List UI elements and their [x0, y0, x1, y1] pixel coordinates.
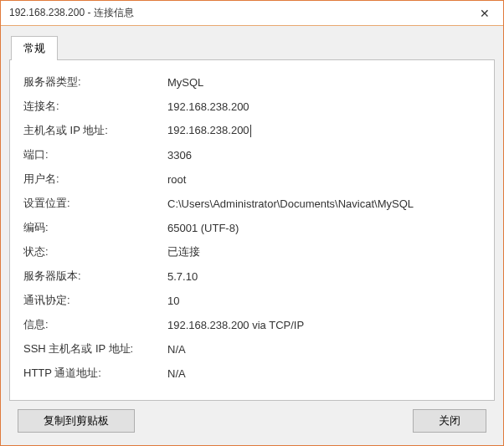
- value-port: 3306: [167, 149, 481, 161]
- value-info: 192.168.238.200 via TCP/IP: [167, 319, 481, 331]
- value-host[interactable]: 192.168.238.200: [167, 124, 481, 137]
- copy-to-clipboard-button[interactable]: 复制到剪贴板: [18, 409, 135, 433]
- row-conn-name: 连接名: 192.168.238.200: [23, 98, 481, 115]
- value-conn-name: 192.168.238.200: [167, 100, 481, 113]
- tab-general[interactable]: 常规: [11, 36, 58, 60]
- value-user: root: [167, 173, 481, 186]
- value-encoding: 65001 (UTF-8): [167, 222, 481, 234]
- label-http-tunnel: HTTP 通道地址:: [23, 366, 167, 381]
- label-server-type: 服务器类型:: [23, 74, 167, 90]
- label-port: 端口:: [23, 147, 167, 162]
- row-info: 信息: 192.168.238.200 via TCP/IP: [23, 316, 481, 333]
- dialog-window: 192.168.238.200 - 连接信息 ✕ 常规 服务器类型: MySQL…: [0, 0, 504, 446]
- label-protocol: 通讯协定:: [23, 293, 167, 308]
- row-ssh-host: SSH 主机名或 IP 地址: N/A: [23, 341, 481, 357]
- value-http-tunnel: N/A: [167, 367, 481, 380]
- label-host: 主机名或 IP 地址:: [23, 123, 167, 138]
- window-title: 192.168.238.200 - 连接信息: [9, 6, 465, 20]
- label-encoding: 编码:: [23, 220, 167, 235]
- value-server-type: MySQL: [167, 76, 481, 89]
- value-settings-path: C:\Users\Administrator\Documents\Navicat…: [167, 197, 481, 210]
- label-user: 用户名:: [23, 172, 167, 187]
- row-http-tunnel: HTTP 通道地址: N/A: [23, 365, 481, 382]
- label-ssh-host: SSH 主机名或 IP 地址:: [23, 341, 167, 356]
- button-row: 复制到剪贴板 关闭: [9, 401, 495, 437]
- value-server-version: 5.7.10: [167, 270, 481, 283]
- value-protocol: 10: [167, 295, 481, 307]
- label-status: 状态:: [23, 244, 167, 259]
- row-host: 主机名或 IP 地址: 192.168.238.200: [23, 122, 481, 139]
- label-conn-name: 连接名:: [23, 99, 167, 114]
- row-port: 端口: 3306: [23, 146, 481, 163]
- tab-panel-general: 服务器类型: MySQL 连接名: 192.168.238.200 主机名或 I…: [9, 59, 495, 401]
- tab-bar: 常规: [9, 36, 495, 60]
- row-server-version: 服务器版本: 5.7.10: [23, 268, 481, 285]
- row-encoding: 编码: 65001 (UTF-8): [23, 219, 481, 236]
- close-icon[interactable]: ✕: [465, 1, 503, 26]
- row-status: 状态: 已连接: [23, 244, 481, 260]
- row-server-type: 服务器类型: MySQL: [23, 74, 481, 90]
- label-info: 信息:: [23, 317, 167, 332]
- row-user: 用户名: root: [23, 171, 481, 187]
- value-status: 已连接: [167, 244, 481, 259]
- row-settings-path: 设置位置: C:\Users\Administrator\Documents\N…: [23, 195, 481, 212]
- close-button[interactable]: 关闭: [413, 409, 486, 433]
- label-settings-path: 设置位置:: [23, 196, 167, 211]
- value-ssh-host: N/A: [167, 343, 481, 356]
- content-area: 常规 服务器类型: MySQL 连接名: 192.168.238.200 主机名…: [1, 26, 503, 445]
- label-server-version: 服务器版本:: [23, 269, 167, 284]
- row-protocol: 通讯协定: 10: [23, 292, 481, 309]
- titlebar: 192.168.238.200 - 连接信息 ✕: [1, 1, 503, 26]
